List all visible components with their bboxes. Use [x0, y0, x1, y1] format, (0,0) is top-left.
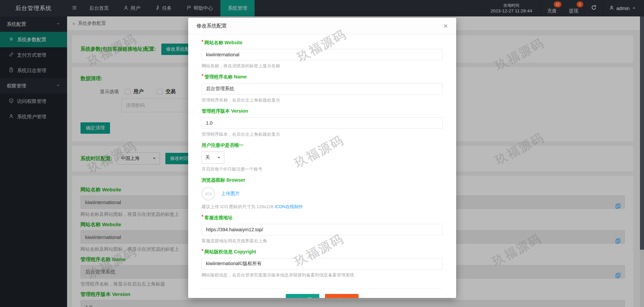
modal-field-copyright: *网站版权信息 Copyright 网站版权信息，在后台登录页面显示版本信息并链…: [202, 249, 443, 278]
field-label: *网站版权信息 Copyright: [202, 249, 443, 255]
modal-body: *网站名称 Website 网站名称，将在浏览器的标签上显示名称 *管理程序名称…: [188, 35, 456, 298]
field-help: 网站名称，将在浏览器的标签上显示名称: [202, 63, 443, 69]
required-mark: *: [202, 73, 203, 78]
field-help: 建议上传 ICO 图标的尺寸为 128x128 ICON在线制作: [202, 204, 443, 210]
field-help: 管理程序名称，在后台左上角标题处显示: [202, 97, 443, 103]
website-name-input[interactable]: [202, 49, 443, 60]
required-mark: *: [202, 248, 203, 253]
copyright-input[interactable]: [202, 258, 443, 269]
field-label: 管理程序版本 Version: [202, 108, 443, 114]
chevron-down-icon: [217, 155, 221, 160]
modal-field-service-url: *客服连接地址 客服连接地址用在充值界面右上角: [202, 215, 443, 244]
admin-name-input[interactable]: [202, 83, 443, 95]
field-label: *客服连接地址: [202, 215, 443, 221]
modal-field-ip-unique: 用户注册IP是否唯一 关 开启后每个IP只能注册一个账号: [202, 142, 443, 172]
field-label: *网站名称 Website: [202, 40, 443, 46]
icon-404-placeholder: 404: [202, 187, 215, 200]
field-help: 管理程序版本，在后台左上角标题处显示: [202, 131, 443, 137]
upload-row: 404 上传图片: [202, 186, 443, 201]
modal-title: 修改系统配置: [197, 23, 227, 29]
close-icon[interactable]: ×: [443, 22, 448, 30]
field-help: 客服连接地址用在充值界面右上角: [202, 238, 443, 244]
modal-field-admin-version: 管理程序版本 Version 管理程序版本，在后台左上角标题处显示: [202, 108, 443, 137]
modify-config-modal: 修改系统配置 × *网站名称 Website 网站名称，将在浏览器的标签上显示名…: [188, 18, 456, 298]
field-help: 开启后每个IP只能注册一个账号: [202, 166, 443, 172]
required-mark: *: [202, 214, 203, 219]
upload-image-link[interactable]: 上传图片: [221, 191, 240, 197]
icon-maker-link[interactable]: ICON在线制作: [274, 204, 303, 209]
field-label: 用户注册IP是否唯一: [202, 142, 443, 148]
service-url-input[interactable]: [202, 224, 443, 235]
modal-field-website: *网站名称 Website 网站名称，将在浏览器的标签上显示名称: [202, 40, 443, 69]
modal-field-browser-icon: 浏览器图标 Browser 404 上传图片 建议上传 ICO 图标的尺寸为 1…: [202, 177, 443, 210]
field-label: 浏览器图标 Browser: [202, 177, 443, 183]
modal-header: 修改系统配置 ×: [188, 18, 456, 35]
modal-field-admin-name: *管理程序名称 Name 管理程序名称，在后台左上角标题处显示: [202, 74, 443, 103]
admin-version-input[interactable]: [202, 117, 443, 129]
modal-footer: 保存配置 取消修改: [202, 288, 443, 298]
save-config-button[interactable]: 保存配置: [286, 294, 319, 298]
ip-unique-select[interactable]: 关: [202, 151, 224, 164]
field-label: *管理程序名称 Name: [202, 74, 443, 80]
ip-unique-select-value: 关: [205, 155, 210, 161]
field-help: 网站版权信息，在后台登录页面显示版本信息并链接到备案到信息备案管理系统: [202, 272, 443, 278]
cancel-modify-button[interactable]: 取消修改: [325, 294, 359, 298]
required-mark: *: [202, 39, 203, 44]
